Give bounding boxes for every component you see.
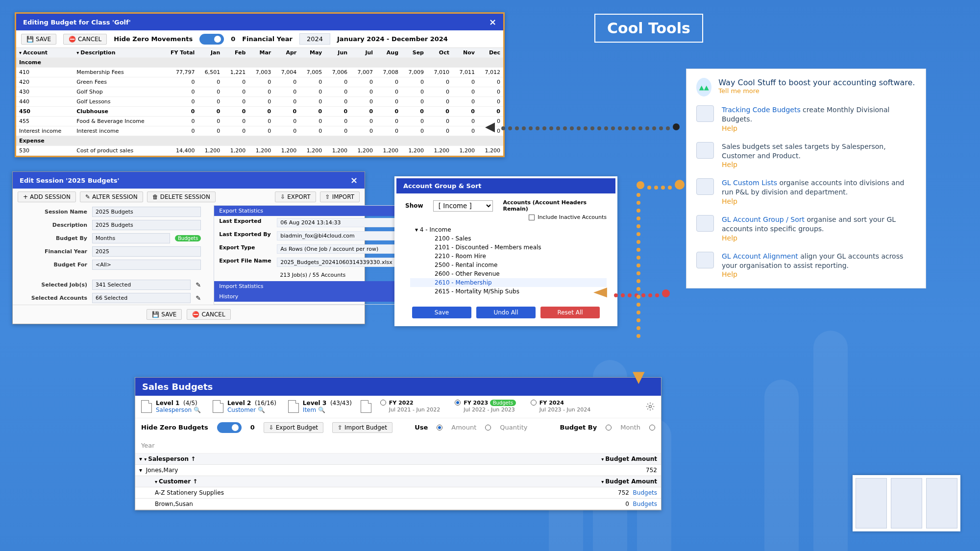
tree-item[interactable]: 2610 - Membership [410,278,607,287]
help-link[interactable]: Help [722,270,737,278]
session-name-input[interactable] [92,207,201,217]
help-link[interactable]: Help [722,197,737,205]
cust-row[interactable]: Brown,Susan [135,498,447,509]
col-salesperson[interactable]: ▾ Salesperson ↑ [135,454,447,465]
hide-zero-toggle[interactable] [217,422,242,433]
show-select[interactable]: [ Income ] [433,200,493,212]
col-dec[interactable]: Dec [478,48,503,58]
save-button[interactable]: 💾SAVE [21,34,56,45]
preview-thumbnail[interactable] [853,475,960,531]
history-header[interactable]: History˅ [214,291,416,302]
col-account[interactable]: Account [16,48,74,58]
col-feb[interactable]: Feb [223,48,248,58]
level-link[interactable]: Item 🔍 [303,407,325,413]
selected-accounts-input[interactable] [92,293,191,303]
col-amount[interactable]: Budget Amount [447,454,661,465]
table-row[interactable]: 455Food & Beverage Income0000000000000 [16,117,503,126]
reset-all-button[interactable]: Reset All [540,307,600,318]
col-sep[interactable]: Sep [401,48,427,58]
col-may[interactable]: May [299,48,325,58]
doc-icon[interactable] [141,400,152,413]
budgets-link[interactable]: Budgets [633,489,657,496]
add-session-button[interactable]: + ADD SESSION [18,192,76,202]
close-icon[interactable]: × [489,18,496,26]
fy-year[interactable]: 2024 [299,33,330,45]
export-budget-button[interactable]: ⇩ Export Budget [264,422,323,433]
tree-item[interactable]: 2615 - Mortality M/Ship Subs [410,287,607,296]
alter-session-button[interactable]: ✎ ALTER SESSION [80,192,143,202]
table-row[interactable]: 410Membership Fees77,7976,5011,2217,0037… [16,68,503,77]
col-apr[interactable]: Apr [274,48,299,58]
financial-year-input[interactable] [92,246,201,257]
import-budget-button[interactable]: ⇧ Import Budget [332,422,392,433]
col-jun[interactable]: Jun [325,48,350,58]
table-row[interactable]: 440Golf Lessons0000000000000 [16,97,503,107]
doc-icon[interactable] [213,400,223,413]
edit-icon[interactable]: ✎ [196,281,201,288]
gear-icon[interactable] [645,402,655,411]
col-nov[interactable]: Nov [452,48,478,58]
month-radio[interactable] [606,425,612,431]
help-link[interactable]: Help [722,234,737,242]
cust-row[interactable]: A-Z Stationery Supplies [135,487,447,498]
tool-link[interactable]: GL Custom Lists [722,179,777,187]
col-oct[interactable]: Oct [427,48,452,58]
level-link[interactable]: Customer 🔍 [227,407,265,413]
table-row[interactable]: Interest incomeInterest income0000000000… [16,126,503,136]
budget-for-input[interactable] [92,260,201,270]
amount-radio[interactable] [437,425,442,431]
col-aug[interactable]: Aug [376,48,401,58]
undo-all-button[interactable]: Undo All [476,307,536,318]
tree-item[interactable]: 2600 - Other Revenue [410,269,607,278]
col-mar[interactable]: Mar [248,48,274,58]
budget-by-input[interactable] [92,233,170,243]
close-icon[interactable]: × [350,176,358,185]
tree-item[interactable]: 2101 - Discounted - Members meals [410,243,607,252]
tell-me-more-link[interactable]: Tell me more [718,87,760,95]
tool-link[interactable]: Tracking Code Budgets [722,106,801,114]
include-inactive-checkbox[interactable] [529,215,535,220]
save-button[interactable]: 💾 SAVE [147,309,182,320]
year-radio[interactable] [649,425,655,431]
selected-jobs-input[interactable] [92,280,191,290]
import-button[interactable]: ⇧ IMPORT [320,192,360,202]
doc-icon[interactable] [361,400,371,413]
table-row[interactable]: 530Cost of product sales14,4001,2001,200… [16,146,503,156]
table-row[interactable]: 430Golf Shop0000000000000 [16,87,503,97]
edit-icon[interactable]: ✎ [196,294,201,302]
col-jan[interactable]: Jan [197,48,223,58]
col-jul[interactable]: Jul [350,48,376,58]
col-fy-total[interactable]: FY Total [162,48,197,58]
hide-zero-toggle[interactable] [199,34,224,45]
save-button[interactable]: Save [412,307,471,318]
cancel-button[interactable]: ⛔CANCEL [63,34,107,45]
tree-root[interactable]: ▾ 4 - Income [410,225,607,234]
help-link[interactable]: Help [722,161,737,168]
fy-radio[interactable] [455,400,461,406]
help-link[interactable]: Help [722,124,737,132]
col-amount-sub[interactable]: Budget Amount [447,476,661,487]
sp-row[interactable]: ▾ Jones,Mary [135,464,447,476]
level-link[interactable]: Salesperson 🔍 [156,407,201,413]
description-input[interactable] [92,220,201,230]
col-customer[interactable]: Customer ↑ [135,476,447,487]
doc-icon[interactable] [288,400,299,413]
cancel-button[interactable]: ⛔ CANCEL [187,309,230,320]
tool-link[interactable]: GL Account Group / Sort [722,216,805,223]
tool-link[interactable]: GL Account Alignment [722,252,798,260]
budgets-link[interactable]: Budgets [633,501,657,507]
tree-item[interactable]: 2210 - Room Hire [410,252,607,261]
tree-item[interactable]: 2500 - Rental income [410,261,607,269]
col-description[interactable]: Description [74,48,162,58]
export-button[interactable]: ⇩ EXPORT [275,192,316,202]
fy-radio[interactable] [531,400,537,406]
fy-radio[interactable] [380,400,386,406]
tree-item[interactable]: 2100 - Sales [410,234,607,243]
table-row[interactable]: 450Clubhouse0000000000000 [16,107,503,117]
import-stats-header[interactable]: Import Statistics˅ [214,281,416,291]
quantity-radio[interactable] [485,425,491,431]
account-group-sort-window: Account Group & Sort Show [ Income ] Acc… [394,176,617,326]
export-stats-header[interactable]: Export Statistics˄ [214,206,416,216]
delete-session-button[interactable]: 🗑 DELETE SESSION [147,192,216,202]
table-row[interactable]: 420Green Fees0000000000000 [16,77,503,87]
